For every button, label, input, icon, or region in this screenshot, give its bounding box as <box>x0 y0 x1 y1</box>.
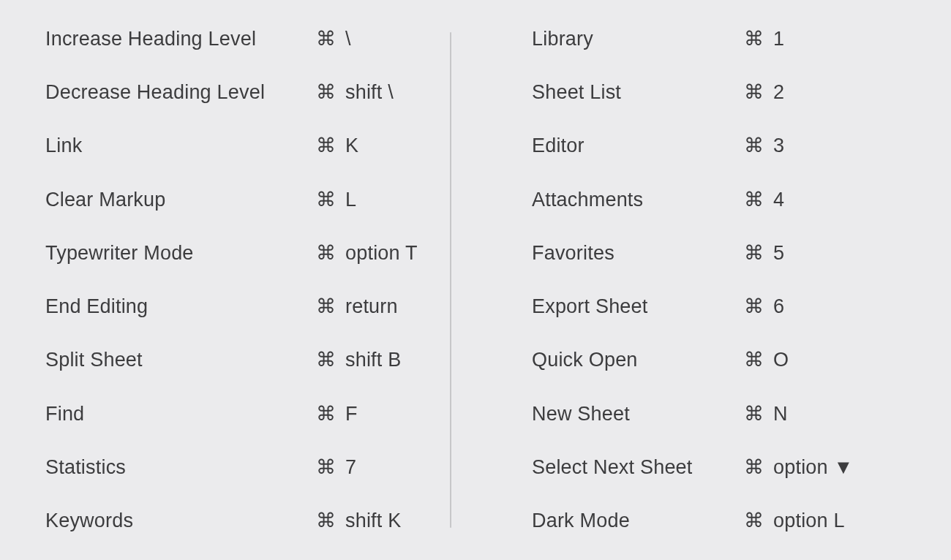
shortcut-keys: ⌘ O <box>744 350 789 370</box>
shortcut-label: Quick Open <box>532 350 744 370</box>
command-icon: ⌘ <box>316 190 337 210</box>
shortcut-keys: ⌘ 2 <box>744 83 784 102</box>
shortcut-keys: ⌘ 1 <box>744 29 784 49</box>
shortcut-row: Library ⌘ 1 <box>532 29 914 49</box>
shortcut-label: Split Sheet <box>45 350 316 370</box>
shortcut-key-text: return <box>345 297 398 317</box>
shortcut-keys: ⌘ option L <box>744 511 845 531</box>
shortcut-keys: ⌘ L <box>316 190 356 210</box>
shortcut-label: Link <box>45 136 316 156</box>
command-icon: ⌘ <box>316 404 337 424</box>
command-icon: ⌘ <box>744 350 764 370</box>
command-icon: ⌘ <box>316 511 337 531</box>
command-icon: ⌘ <box>744 190 764 210</box>
shortcut-row: Statistics ⌘ 7 <box>45 458 428 477</box>
shortcut-keys: ⌘ shift \ <box>316 83 394 102</box>
shortcut-key-text: \ <box>345 29 351 49</box>
shortcut-key-text: K <box>345 136 358 156</box>
shortcut-key-text: N <box>773 404 788 424</box>
shortcut-sheet: Increase Heading Level ⌘ \ Decrease Head… <box>0 0 951 560</box>
shortcut-key-text: shift \ <box>345 83 394 102</box>
shortcut-key-text: shift K <box>345 511 401 531</box>
command-icon: ⌘ <box>316 83 337 102</box>
shortcut-label: Select Next Sheet <box>532 458 744 477</box>
shortcut-key-text: 3 <box>773 136 784 156</box>
shortcut-row: Split Sheet ⌘ shift B <box>45 350 428 370</box>
shortcut-label: Find <box>45 404 316 424</box>
shortcut-keys: ⌘ \ <box>316 29 351 49</box>
command-icon: ⌘ <box>316 243 337 263</box>
shortcut-label: Typewriter Mode <box>45 243 316 263</box>
shortcut-label: Attachments <box>532 190 744 210</box>
shortcut-row: Clear Markup ⌘ L <box>45 190 428 210</box>
shortcut-key-text: L <box>345 190 356 210</box>
command-icon: ⌘ <box>744 136 764 156</box>
shortcut-row: Dark Mode ⌘ option L <box>532 511 914 531</box>
shortcut-key-text: 4 <box>773 190 784 210</box>
shortcut-label: End Editing <box>45 297 316 317</box>
shortcut-keys: ⌘ option ▼ <box>744 458 853 477</box>
shortcut-keys: ⌘ 3 <box>744 136 784 156</box>
command-icon: ⌘ <box>316 136 337 156</box>
shortcut-row: Editor ⌘ 3 <box>532 136 914 156</box>
command-icon: ⌘ <box>316 458 337 477</box>
shortcut-keys: ⌘ shift B <box>316 350 401 370</box>
shortcut-row: New Sheet ⌘ N <box>532 404 914 424</box>
shortcut-row: Attachments ⌘ 4 <box>532 190 914 210</box>
shortcut-row: Find ⌘ F <box>45 404 428 424</box>
shortcut-label: Decrease Heading Level <box>45 83 316 102</box>
shortcut-label: Sheet List <box>532 83 744 102</box>
shortcut-key-text: O <box>773 350 789 370</box>
shortcut-key-text: option ▼ <box>773 458 853 477</box>
shortcut-label: Editor <box>532 136 744 156</box>
shortcut-key-text: F <box>345 404 358 424</box>
command-icon: ⌘ <box>744 404 764 424</box>
command-icon: ⌘ <box>744 83 764 102</box>
command-icon: ⌘ <box>316 297 337 317</box>
shortcut-keys: ⌘ option T <box>316 243 418 263</box>
shortcut-keys: ⌘ 7 <box>316 458 356 477</box>
shortcut-key-text: shift B <box>345 350 401 370</box>
shortcut-row: Decrease Heading Level ⌘ shift \ <box>45 83 428 102</box>
command-icon: ⌘ <box>744 458 764 477</box>
shortcut-label: New Sheet <box>532 404 744 424</box>
shortcut-keys: ⌘ 5 <box>744 243 784 263</box>
shortcut-label: Dark Mode <box>532 511 744 531</box>
command-icon: ⌘ <box>316 350 337 370</box>
shortcut-key-text: 5 <box>773 243 784 263</box>
shortcut-key-text: 7 <box>345 458 356 477</box>
shortcut-row: Increase Heading Level ⌘ \ <box>45 29 428 49</box>
shortcut-keys: ⌘ K <box>316 136 358 156</box>
shortcut-label: Increase Heading Level <box>45 29 316 49</box>
shortcut-key-text: option L <box>773 511 845 531</box>
shortcut-row: Keywords ⌘ shift K <box>45 511 428 531</box>
shortcut-key-text: option T <box>345 243 418 263</box>
shortcut-keys: ⌘ N <box>744 404 788 424</box>
shortcut-row: Typewriter Mode ⌘ option T <box>45 243 428 263</box>
shortcut-column-left: Increase Heading Level ⌘ \ Decrease Head… <box>0 29 450 531</box>
shortcut-label: Favorites <box>532 243 744 263</box>
shortcut-label: Clear Markup <box>45 190 316 210</box>
shortcut-row: Quick Open ⌘ O <box>532 350 914 370</box>
shortcut-key-text: 6 <box>773 297 784 317</box>
shortcut-keys: ⌘ 6 <box>744 297 784 317</box>
command-icon: ⌘ <box>744 297 764 317</box>
shortcut-row: End Editing ⌘ return <box>45 297 428 317</box>
shortcut-keys: ⌘ shift K <box>316 511 401 531</box>
shortcut-row: Export Sheet ⌘ 6 <box>532 297 914 317</box>
shortcut-row: Link ⌘ K <box>45 136 428 156</box>
shortcut-keys: ⌘ 4 <box>744 190 784 210</box>
command-icon: ⌘ <box>744 29 764 49</box>
shortcut-label: Statistics <box>45 458 316 477</box>
shortcut-keys: ⌘ F <box>316 404 358 424</box>
command-icon: ⌘ <box>744 511 764 531</box>
shortcut-label: Export Sheet <box>532 297 744 317</box>
shortcut-row: Select Next Sheet ⌘ option ▼ <box>532 458 914 477</box>
shortcut-row: Sheet List ⌘ 2 <box>532 83 914 102</box>
command-icon: ⌘ <box>316 29 337 49</box>
shortcut-label: Library <box>532 29 744 49</box>
shortcut-key-text: 1 <box>773 29 784 49</box>
shortcut-label: Keywords <box>45 511 316 531</box>
shortcut-row: Favorites ⌘ 5 <box>532 243 914 263</box>
command-icon: ⌘ <box>744 243 764 263</box>
